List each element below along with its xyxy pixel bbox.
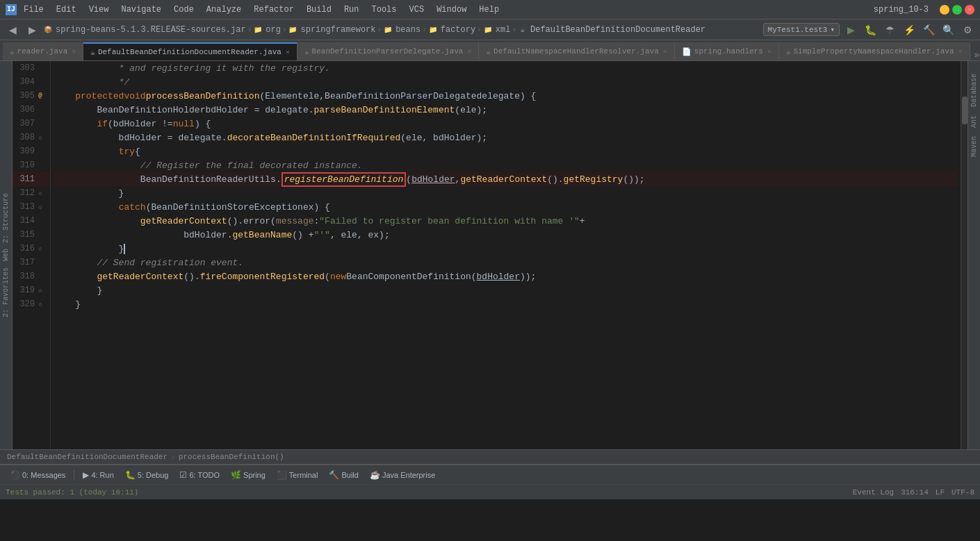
tab-simple-property[interactable]: ☕ SimplePropertyNamespaceHandler.java ✕ — [779, 42, 970, 60]
tab-default-bean-def-label: DefaultBeanDefinitionDocumentReader.java — [98, 48, 281, 56]
tab-bar: ☕ reader.java ✕ ☕ DefaultBeanDefinitionD… — [0, 40, 980, 61]
code-editor[interactable]: * and registering it with the registry. … — [51, 61, 961, 449]
gutter-305: 305 @ — [13, 89, 50, 103]
tab-simple-property-close[interactable]: ✕ — [958, 47, 963, 56]
tab-reader-icon: ☕ — [10, 47, 15, 56]
menu-bar: File Edit View Navigate Code Analyze Ref… — [21, 3, 869, 16]
sidebar-item-structure[interactable]: 2: Structure — [1, 190, 11, 246]
tab-reader[interactable]: ☕ reader.java ✕ — [3, 42, 83, 60]
crumb-class[interactable]: DefaultBeanDefinitionDocumentReader — [530, 25, 705, 35]
position-label: 316:14 — [901, 488, 929, 497]
footer-crumb-method[interactable]: processBeanDefinition() — [179, 453, 284, 461]
messages-label: 0: Messages — [22, 471, 65, 479]
code-line-306: BeanDefinitionHolder bdHolder = delegate… — [54, 103, 958, 117]
bottom-toolbar: ⚫ 0: Messages ▶ 4: Run 🐛 5: Debug ☑ 6: T… — [0, 465, 980, 484]
tab-spring-handlers-label: spring.handlers — [694, 47, 763, 56]
tab-default-bean-def[interactable]: ☕ DefaultBeanDefinitionDocumentReader.ja… — [83, 42, 297, 60]
profile-button[interactable]: ⚡ — [901, 22, 917, 38]
sidebar-item-ant[interactable]: Ant — [969, 113, 979, 131]
forward-button[interactable]: ▶ — [24, 22, 40, 38]
menu-code[interactable]: Code — [171, 3, 197, 16]
tab-parser-delegate-close[interactable]: ✕ — [467, 47, 471, 56]
build-panel-button[interactable]: 🔨 Build — [325, 469, 362, 481]
gutter-320: 320 ◇ — [13, 297, 50, 311]
gutter-308: 308 ◇ — [13, 131, 50, 144]
crumb-springframework[interactable]: springframework — [300, 25, 375, 35]
menu-navigate[interactable]: Navigate — [118, 3, 164, 16]
menu-window[interactable]: Window — [434, 3, 469, 16]
breadcrumb-footer: DefaultBeanDefinitionDocumentReader › pr… — [0, 449, 980, 465]
menu-file[interactable]: File — [21, 3, 47, 16]
tab-spring-handlers-close[interactable]: ✕ — [767, 47, 771, 56]
line-sep-label[interactable]: LF — [936, 488, 945, 497]
spring-button[interactable]: 🌿 Spring — [227, 469, 270, 481]
minimize-button[interactable]: ─ — [940, 5, 949, 15]
event-log-label[interactable]: Event Log — [853, 488, 894, 497]
debug-panel-button[interactable]: 🐛 5: Debug — [121, 469, 173, 481]
sidebar-item-maven[interactable]: Maven — [969, 133, 979, 160]
tab-reader-close[interactable]: ✕ — [72, 47, 76, 56]
tab-overflow[interactable]: » — [970, 50, 980, 60]
menu-view[interactable]: View — [86, 3, 112, 16]
menu-tools[interactable]: Tools — [369, 3, 400, 16]
tab-namespace-handler-resolver-close[interactable]: ✕ — [663, 47, 667, 56]
code-line-318: getReaderContext().fireComponentRegister… — [54, 269, 958, 283]
build-button[interactable]: 🔨 — [920, 22, 937, 38]
menu-run[interactable]: Run — [341, 3, 362, 16]
sidebar-item-web[interactable]: Web — [1, 246, 11, 264]
menu-vcs[interactable]: VCS — [407, 3, 427, 16]
tab-default-bean-def-icon: ☕ — [90, 48, 95, 57]
run-panel-button[interactable]: ▶ 4: Run — [79, 469, 117, 481]
todo-button[interactable]: ☑ 6: TODO — [175, 469, 224, 481]
highlighted-method: registerBeanDefinition — [281, 172, 407, 187]
sidebar-item-favorites[interactable]: 2: Favorites — [1, 265, 11, 320]
messages-button[interactable]: ⚫ 0: Messages — [6, 469, 70, 481]
tab-simple-property-icon: ☕ — [786, 47, 791, 56]
beans-icon: 📁 — [383, 25, 393, 35]
menu-edit[interactable]: Edit — [54, 3, 79, 16]
crumb-beans[interactable]: beans — [395, 25, 420, 35]
jar-icon: 📦 — [43, 25, 53, 35]
terminal-button[interactable]: ⬛ Terminal — [272, 469, 322, 481]
menu-analyze[interactable]: Analyze — [204, 3, 244, 16]
encoding-label[interactable]: UTF-8 — [952, 488, 974, 497]
gutter-311: 311 — [13, 172, 50, 186]
crumb-jar[interactable]: spring-beans-5.1.3.RELEASE-sources.jar — [56, 25, 246, 35]
class-icon: ☕ — [518, 25, 528, 35]
gutter-314: 314 — [13, 214, 50, 228]
sidebar-item-database[interactable]: Database — [969, 71, 979, 110]
scrollbar-thumb[interactable] — [962, 97, 967, 124]
footer-crumb-class[interactable]: DefaultBeanDefinitionDocumentReader — [7, 453, 168, 461]
run-config[interactable]: MyTest1.test3 ▾ — [763, 23, 840, 36]
java-enterprise-button[interactable]: ☕ Java Enterprise — [366, 469, 439, 481]
code-line-303: * and registering it with the registry. — [54, 61, 958, 75]
todo-icon: ☑ — [179, 470, 187, 480]
gutter-317: 317 — [13, 256, 50, 269]
debug-button[interactable]: 🐛 — [862, 22, 879, 38]
tests-passed-label: Tests passed: 1 (today 16:11) — [6, 488, 138, 497]
gutter-316: 316 ◇ — [13, 242, 50, 256]
tab-parser-delegate[interactable]: ☕ BeanDefinitionParserDelegate.java ✕ — [297, 42, 480, 60]
tab-spring-handlers[interactable]: 📄 spring.handlers ✕ — [675, 42, 779, 60]
crumb-xml[interactable]: xml — [496, 25, 511, 35]
maximize-button[interactable]: □ — [952, 5, 962, 15]
crumb-org[interactable]: org — [266, 25, 281, 35]
menu-help[interactable]: Help — [476, 3, 502, 16]
tab-reader-label: reader.java — [17, 47, 68, 56]
code-line-307: if (bdHolder != null) { — [54, 117, 958, 131]
tab-namespace-handler-resolver[interactable]: ☕ DefaultNamespaceHandlerResolver.java ✕ — [479, 42, 674, 60]
menu-refactor[interactable]: Refactor — [251, 3, 297, 16]
search-everywhere-button[interactable]: 🔍 — [940, 22, 956, 38]
crumb-factory[interactable]: factory — [441, 25, 475, 35]
gutter-312: 312 ◇ — [13, 186, 50, 200]
tab-default-bean-def-close[interactable]: ✕ — [286, 48, 290, 56]
settings-button[interactable]: ⚙ — [959, 22, 976, 38]
coverage-button[interactable]: ☂ — [881, 22, 898, 38]
vertical-scrollbar[interactable] — [961, 61, 967, 449]
gutter-304: 304 — [13, 75, 50, 89]
close-button[interactable]: ✕ — [965, 5, 974, 15]
menu-build[interactable]: Build — [304, 3, 334, 16]
back-button[interactable]: ◀ — [4, 22, 21, 38]
line-number-gutter: 303 304 305 @ 306 307 308 ◇ — [13, 61, 51, 449]
run-button[interactable]: ▶ — [842, 22, 859, 38]
